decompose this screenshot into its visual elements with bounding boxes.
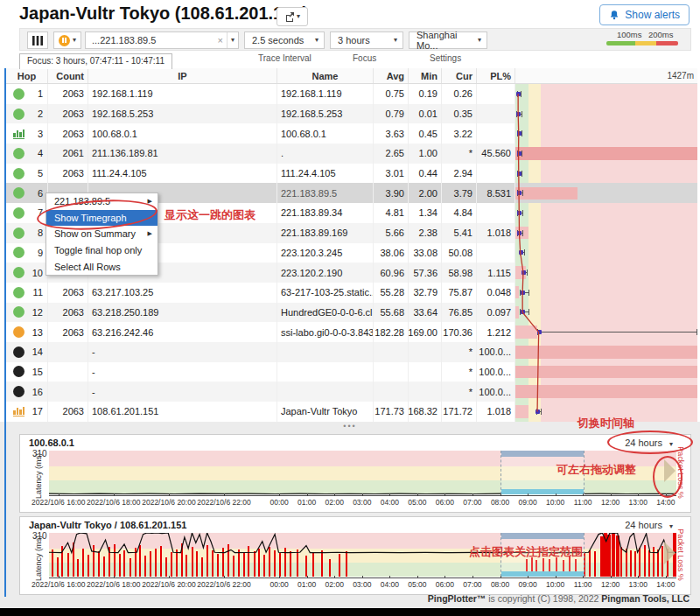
- cell-pl: 100.0...: [477, 382, 515, 402]
- focus-label: Focus: [353, 53, 376, 63]
- col-min[interactable]: Min: [409, 68, 442, 83]
- settings-select[interactable]: Shanghai Mo... ▾: [409, 32, 487, 49]
- hop-row-17[interactable]: 172063108.61.201.151Japan-Vultr Tokyo171…: [6, 402, 697, 422]
- cell-name: .: [277, 144, 374, 164]
- cell-cur: 2.94: [442, 164, 477, 184]
- hop-latency-graph-cell: [515, 303, 697, 323]
- share-button[interactable]: ▾: [276, 7, 308, 26]
- menu-item-label: Toggle final hop only: [54, 245, 142, 256]
- time-tick-label: 03:00: [353, 498, 371, 507]
- pause-icon: [59, 35, 70, 46]
- trace-interval-select[interactable]: 2.5 seconds ▾: [244, 32, 325, 49]
- hop-row-14[interactable]: 14-*100.0...: [6, 342, 697, 362]
- menu-item-show-timegraph[interactable]: Show Timegraph: [46, 210, 158, 227]
- hop-latency-graph-cell: [515, 223, 697, 243]
- timegraph-plot[interactable]: [49, 533, 676, 577]
- chevron-down-icon: ▾: [297, 13, 300, 20]
- cell-min: [409, 362, 442, 382]
- timegraph-plot[interactable]: [49, 451, 676, 494]
- trace-interval-label: Trace Interval: [258, 53, 312, 63]
- cell-avg: 2.65: [374, 144, 409, 164]
- time-range-select[interactable]: 24 hours▾: [620, 519, 678, 531]
- drag-handle-icon[interactable]: [664, 459, 676, 482]
- cell-min: 169.00: [409, 322, 442, 342]
- target-dropdown-caret[interactable]: ▾: [227, 32, 238, 48]
- cell-ip: 100.68.0.1: [88, 123, 277, 144]
- show-alerts-label: Show alerts: [625, 9, 680, 21]
- time-tick-label: 04:00: [381, 498, 399, 507]
- col-pl[interactable]: PL%: [477, 68, 515, 83]
- hop-row-2[interactable]: 22063192.168.5.253192.168.5.2530.790.010…: [6, 104, 697, 124]
- time-tick-label: 00:00: [270, 580, 288, 589]
- hop-row-3[interactable]: 32063100.68.0.1100.68.0.13.630.453.22: [6, 123, 697, 144]
- target-input[interactable]: ...221.183.89.5 × ▾: [85, 32, 239, 49]
- time-tick-label: 02:00: [326, 498, 344, 507]
- col-cur[interactable]: Cur: [442, 68, 477, 83]
- hop-latency-graph-cell: [515, 262, 697, 283]
- menu-item-select-all-rows[interactable]: Select All Rows: [46, 258, 158, 275]
- hop-latency-graph-cell: [515, 203, 697, 223]
- avg-latency-marker: [517, 191, 522, 195]
- cell-cur: 75.87: [442, 283, 477, 303]
- cell-count: 2061: [48, 144, 88, 164]
- menu-item-toggle-final-hop-only[interactable]: Toggle final hop only: [46, 242, 158, 259]
- hop-row-12[interactable]: 12206363.218.250.189HundredGE0-0-0-6.cl.…: [6, 303, 697, 323]
- cell-pl: 0.048: [477, 283, 515, 303]
- cell-avg: 0.75: [374, 84, 409, 104]
- hop-latency-graph-cell: [515, 362, 697, 382]
- hop-row-15[interactable]: 15-*100.0...: [6, 362, 697, 382]
- cell-min: [409, 342, 442, 362]
- splitter-handle[interactable]: •••: [0, 422, 700, 434]
- hop-row-4[interactable]: 42061211.136.189.81.2.651.00*45.560: [6, 144, 697, 164]
- cell-ip: 192.168.1.119: [88, 84, 277, 104]
- cell-pl: 45.560: [477, 144, 515, 164]
- clear-icon[interactable]: ×: [214, 35, 227, 46]
- hop-latency-graph-cell: [515, 342, 697, 362]
- col-hop[interactable]: Hop: [6, 68, 48, 83]
- col-ip[interactable]: IP: [88, 68, 277, 83]
- focus-select[interactable]: 3 hours ▾: [330, 32, 403, 49]
- time-range-select[interactable]: 24 hours▾: [620, 437, 678, 449]
- menu-item-show-on-summary[interactable]: Show on Summary▶: [46, 226, 158, 242]
- cell-ip: -: [88, 362, 277, 382]
- hop-row-1[interactable]: 12063192.168.1.119192.168.1.1190.750.190…: [6, 84, 697, 104]
- time-tick-label: 03:00: [353, 580, 371, 589]
- pause-trace-button[interactable]: ▾: [53, 32, 81, 49]
- menu-item-221-183-89-5[interactable]: 221.183.89.5▶: [46, 193, 158, 210]
- focus-tab[interactable]: Focus: 3 hours, 07:47:11 - 10:47:11: [19, 53, 172, 69]
- summary-grid-button[interactable]: [27, 32, 48, 49]
- cell-name: ssi-labo.gi0-0-0-3.843...: [277, 322, 374, 342]
- page-title: Japan-Vultr Tokyo (108.61.201.151): [19, 4, 308, 24]
- time-tick-label: 07:00: [463, 580, 481, 589]
- hop-number: 14: [29, 346, 43, 357]
- cell-cur: *: [442, 382, 477, 402]
- cell-avg: [374, 342, 409, 362]
- col-avg[interactable]: Avg: [374, 68, 409, 83]
- cell-cur: 3.22: [442, 123, 477, 144]
- hop-row-5[interactable]: 52063111.24.4.105111.24.4.1053.010.442.9…: [6, 164, 697, 184]
- drag-handle-icon[interactable]: [664, 542, 676, 564]
- col-count[interactable]: Count: [48, 68, 88, 83]
- chevron-down-icon: ▾: [394, 37, 402, 44]
- time-tick-label: 10:00: [546, 498, 564, 507]
- hop-number: 10: [29, 268, 43, 278]
- show-alerts-button[interactable]: Show alerts: [599, 4, 690, 25]
- avg-latency-marker: [516, 112, 521, 116]
- hop-number: 9: [29, 248, 43, 258]
- hop-row-11[interactable]: 11206363.217.103.2563-217-103-25.static.…: [6, 283, 697, 303]
- time-tick-label: 11:00: [574, 580, 592, 589]
- time-tick-label: 08:00: [491, 498, 509, 507]
- status-ok-icon: [13, 247, 24, 258]
- status-ok-icon: [13, 306, 24, 318]
- cell-ip: 63.216.242.46: [88, 322, 277, 342]
- col-name[interactable]: Name: [277, 68, 374, 83]
- cell-avg: [374, 362, 409, 382]
- cell-avg: 55.28: [374, 283, 409, 303]
- hop-row-13[interactable]: 13206363.216.242.46ssi-labo.gi0-0-0-3.84…: [6, 322, 697, 342]
- hop-number: 11: [29, 287, 43, 298]
- hop-latency-graph-cell: [515, 322, 697, 342]
- cell-pl: 1.212: [477, 322, 515, 342]
- time-tick-label: 14:00: [656, 498, 675, 507]
- hop-row-16[interactable]: 16-*100.0...: [6, 382, 697, 402]
- cell-count: [48, 382, 88, 402]
